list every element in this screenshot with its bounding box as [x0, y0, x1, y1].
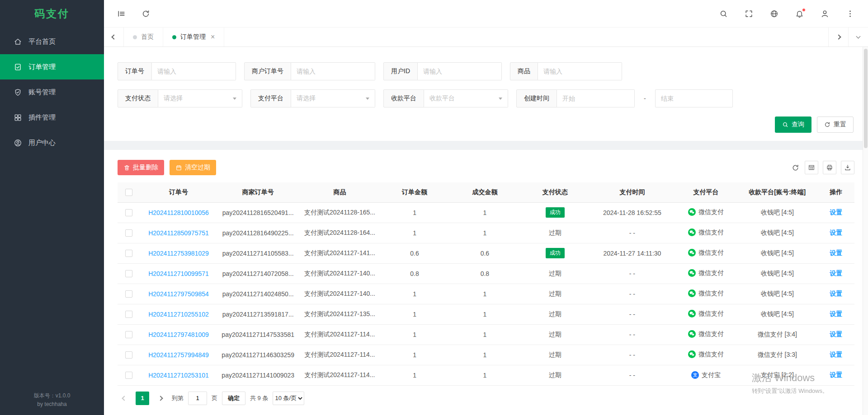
paid-amount-cell: 1 — [449, 223, 520, 243]
notification-bell-icon[interactable] — [795, 9, 804, 18]
refresh-page-icon[interactable] — [141, 9, 150, 18]
current-page-button[interactable]: 1 — [136, 392, 149, 405]
tabs-scroll-left-button[interactable] — [104, 28, 124, 47]
merchant-order-no-input[interactable] — [291, 62, 375, 80]
platform-cell-td: 支 支付宝 — [675, 365, 737, 385]
filter-label: 收款平台 — [383, 89, 424, 107]
collapse-sidebar-icon[interactable] — [117, 9, 126, 18]
order-no-link[interactable]: H2024112797509854 — [148, 290, 209, 298]
chevron-down-icon — [366, 98, 369, 100]
batch-delete-button[interactable]: 批量删除 — [118, 160, 164, 175]
order-no-link[interactable]: H2024112710099571 — [148, 270, 209, 277]
next-page-button[interactable] — [154, 392, 167, 405]
row-checkbox[interactable] — [125, 209, 132, 216]
row-checkbox[interactable] — [125, 351, 132, 359]
paid-amount-cell: 1 — [449, 365, 520, 385]
order-settings-link[interactable]: 设置 — [830, 371, 842, 378]
clear-expired-button[interactable]: 清空过期 — [170, 160, 216, 175]
byline-text: by techhaha — [0, 400, 104, 409]
date-end-input[interactable] — [655, 89, 733, 107]
sidebar-item-home[interactable]: 平台首页 — [0, 29, 104, 54]
select-all-checkbox[interactable] — [125, 189, 132, 196]
row-checkbox[interactable] — [125, 290, 132, 298]
order-no-link[interactable]: H2024112710253101 — [148, 372, 209, 379]
sidebar-item-label: 账号管理 — [28, 88, 56, 97]
status-badge: 过期 — [549, 290, 561, 298]
order-no-link[interactable]: H2024112810010056 — [148, 209, 209, 216]
status-badge: 过期 — [549, 351, 561, 359]
sidebar-item-plugins[interactable]: 插件管理 — [0, 105, 104, 130]
tab-close-icon[interactable] — [211, 33, 215, 41]
order-settings-link[interactable]: 设置 — [830, 209, 842, 216]
table-row: H2024112810010056 pay2024112816520491...… — [118, 202, 854, 223]
tabs-scroll-right-button[interactable] — [828, 28, 848, 47]
column-header: 支付时间 — [590, 182, 675, 202]
sidebar-item-orders[interactable]: 订单管理 — [0, 54, 104, 79]
tab-order-management[interactable]: 订单管理 — [163, 28, 224, 47]
row-checkbox[interactable] — [125, 270, 132, 277]
pay-status-select[interactable]: 请选择 — [158, 89, 242, 107]
tab-home[interactable]: 首页 — [124, 28, 163, 47]
prev-page-button[interactable] — [118, 392, 131, 405]
more-menu-icon[interactable] — [845, 9, 854, 18]
receiver-cell: 微信支付 [3:3] — [737, 345, 817, 365]
reset-button[interactable]: 重置 — [817, 117, 854, 133]
print-button[interactable] — [823, 161, 836, 174]
search-button[interactable]: 查询 — [775, 117, 811, 133]
order-settings-link[interactable]: 设置 — [830, 331, 842, 338]
calendar-clear-icon — [175, 164, 182, 171]
export-button[interactable] — [841, 161, 854, 174]
product-input[interactable] — [538, 62, 622, 80]
order-no-link[interactable]: H2024112757994849 — [148, 351, 209, 359]
order-settings-link[interactable]: 设置 — [830, 290, 842, 297]
scrollbar[interactable] — [863, 47, 868, 415]
user-avatar-icon[interactable] — [820, 9, 829, 18]
order-settings-link[interactable]: 设置 — [830, 351, 842, 358]
pay-platform-select[interactable]: 请选择 — [291, 89, 375, 107]
date-start-input[interactable] — [557, 89, 635, 107]
order-no-link[interactable]: H2024112850975751 — [148, 229, 209, 237]
table-refresh-icon[interactable] — [790, 163, 800, 173]
order-settings-link[interactable]: 设置 — [830, 229, 842, 236]
status-cell: 成功 — [520, 243, 590, 263]
receive-platform-select[interactable]: 收款平台 — [424, 89, 508, 107]
order-no-input[interactable] — [152, 62, 236, 80]
scrollbar-thumb[interactable] — [864, 49, 868, 148]
table-row: H2024112710253101 pay202411271141009023 … — [118, 365, 854, 385]
order-icon — [14, 63, 22, 71]
notification-dot — [802, 8, 806, 12]
row-checkbox[interactable] — [125, 229, 132, 237]
user-id-input[interactable] — [418, 62, 502, 80]
platform-cell-td: 支 微信支付 — [675, 324, 737, 345]
merchant-order-no-cell: pay2024112714072058... — [217, 263, 299, 284]
sidebar-item-user-center[interactable]: 用户中心 — [0, 130, 104, 155]
status-cell: 成功 — [520, 202, 590, 223]
merchant-order-no-cell: pay202411271146303259 — [217, 345, 299, 365]
goto-confirm-button[interactable]: 确定 — [222, 392, 245, 405]
page-size-select[interactable]: 10 条/页 — [273, 392, 304, 405]
search-icon[interactable] — [719, 9, 728, 18]
row-checkbox[interactable] — [125, 250, 132, 257]
product-cell: 支付测试20241127-114... — [299, 365, 380, 385]
content: 订单号 商户订单号 用户ID 商品 — [104, 47, 868, 415]
status-badge: 过期 — [549, 229, 561, 237]
plugin-icon — [14, 113, 22, 122]
order-no-link[interactable]: H2024112753981029 — [148, 250, 209, 257]
sidebar-footer: 版本号：v1.0.0 by techhaha — [0, 392, 104, 409]
product-cell: 支付测试20241128-165... — [299, 202, 380, 223]
columns-toggle-button[interactable] — [805, 161, 818, 174]
order-settings-link[interactable]: 设置 — [830, 310, 842, 317]
order-settings-link[interactable]: 设置 — [830, 270, 842, 277]
row-checkbox[interactable] — [125, 372, 132, 379]
fullscreen-icon[interactable] — [744, 9, 753, 18]
order-no-link[interactable]: H2024112710255102 — [148, 311, 209, 318]
row-checkbox[interactable] — [125, 311, 132, 318]
row-checkbox[interactable] — [125, 331, 132, 338]
tabs-dropdown-button[interactable] — [848, 28, 868, 47]
goto-page-input[interactable] — [188, 392, 207, 405]
order-no-link[interactable]: H2024112797481009 — [148, 331, 209, 338]
filter-product: 商品 — [510, 62, 622, 80]
order-settings-link[interactable]: 设置 — [830, 249, 842, 256]
language-icon[interactable] — [769, 9, 778, 18]
sidebar-item-accounts[interactable]: 账号管理 — [0, 79, 104, 105]
